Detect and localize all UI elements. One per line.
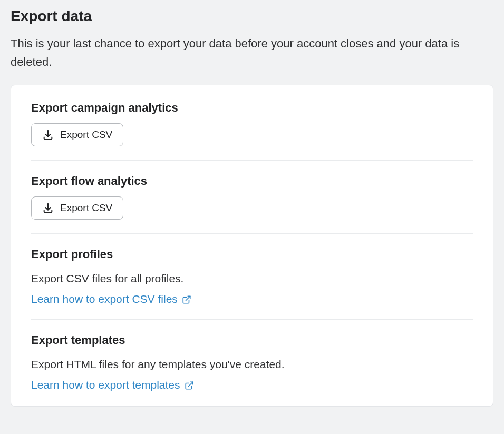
section-title: Export campaign analytics [31, 101, 473, 115]
section-flow-analytics: Export flow analytics Export CSV [31, 160, 473, 220]
svg-line-1 [188, 382, 192, 386]
external-link-icon [185, 380, 194, 390]
link-label: Learn how to export templates [31, 379, 180, 391]
button-label: Export CSV [60, 129, 112, 141]
section-campaign-analytics: Export campaign analytics Export CSV [31, 101, 473, 146]
learn-export-csv-link[interactable]: Learn how to export CSV files [31, 293, 191, 305]
learn-export-templates-link[interactable]: Learn how to export templates [31, 379, 194, 391]
section-title: Export templates [31, 333, 473, 347]
button-label: Export CSV [60, 202, 112, 214]
svg-line-0 [186, 296, 190, 300]
section-title: Export profiles [31, 248, 473, 261]
link-label: Learn how to export CSV files [31, 293, 178, 305]
download-icon [42, 202, 54, 214]
download-icon [42, 129, 54, 141]
page-title: Export data [11, 8, 493, 25]
page-subtitle: This is your last chance to export your … [11, 34, 474, 71]
section-description: Export CSV files for all profiles. [31, 270, 473, 288]
section-templates: Export templates Export HTML files for a… [31, 319, 473, 391]
section-profiles: Export profiles Export CSV files for all… [31, 233, 473, 305]
export-card: Export campaign analytics Export CSV Exp… [11, 85, 493, 406]
external-link-icon [182, 294, 191, 304]
export-csv-campaign-button[interactable]: Export CSV [31, 123, 123, 146]
section-title: Export flow analytics [31, 174, 473, 188]
section-description: Export HTML files for any templates you'… [31, 356, 473, 373]
export-csv-flow-button[interactable]: Export CSV [31, 196, 123, 220]
